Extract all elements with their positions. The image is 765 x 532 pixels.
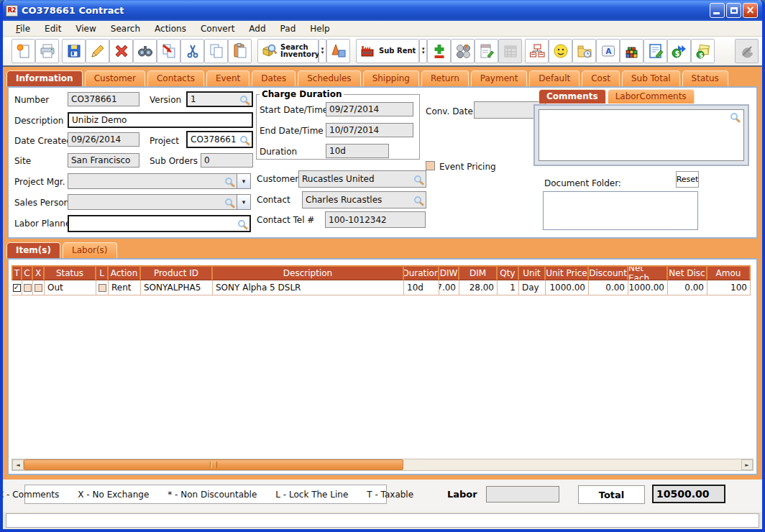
cell-amount[interactable]: 100: [707, 280, 751, 295]
version-field[interactable]: 1: [186, 91, 253, 107]
comments-textarea[interactable]: [539, 109, 744, 161]
project-mgr-combo[interactable]: ▾: [68, 173, 251, 189]
scroll-left-button[interactable]: ◄: [12, 459, 24, 470]
tab-items[interactable]: Item(s): [6, 242, 60, 258]
search-inventory-dropdown[interactable]: ▾▾: [319, 39, 326, 63]
tab-dates[interactable]: Dates: [252, 70, 296, 86]
search-icon[interactable]: [730, 113, 738, 120]
invoice-forward-button[interactable]: $: [667, 39, 691, 63]
project-field[interactable]: CO378661: [186, 131, 253, 148]
add-remove-button[interactable]: [427, 39, 451, 63]
transfer-button[interactable]: [157, 39, 180, 63]
tab-status[interactable]: Status: [682, 70, 728, 86]
maximize-button[interactable]: [726, 3, 741, 18]
col-diw[interactable]: DIW: [439, 265, 459, 280]
cell-net-each[interactable]: 1000.00: [628, 280, 668, 295]
tab-customer[interactable]: Customer: [85, 70, 145, 86]
search-icon[interactable]: [238, 220, 245, 227]
edit-button[interactable]: [86, 39, 109, 63]
copy-button[interactable]: [204, 39, 228, 63]
menu-search[interactable]: Search: [104, 22, 147, 35]
menu-file[interactable]: File: [9, 22, 37, 35]
cut-button[interactable]: [180, 39, 204, 63]
search-inventory-button[interactable]: Search Inventory: [257, 39, 319, 63]
reset-button[interactable]: Reset: [676, 171, 699, 188]
titlebar[interactable]: R2 CO378661 Contract ×: [3, 0, 762, 21]
cell-description[interactable]: SONY Alpha 5 DSLR: [213, 280, 404, 295]
minimize-button[interactable]: [710, 3, 725, 18]
col-product-id[interactable]: Product ID: [141, 265, 213, 280]
col-dim[interactable]: DIM: [459, 265, 498, 280]
shortcut-key-button[interactable]: A: [596, 39, 620, 63]
search-icon[interactable]: [240, 96, 247, 103]
cell-taxable[interactable]: ✓: [12, 280, 22, 295]
cell-comments[interactable]: [22, 280, 33, 295]
billing-notes-button[interactable]: $: [691, 39, 715, 63]
cell-diw[interactable]: 7.00: [439, 280, 459, 295]
print-button[interactable]: [35, 39, 59, 63]
tab-contacts[interactable]: Contacts: [147, 70, 204, 86]
menu-add[interactable]: Add: [242, 22, 272, 35]
tab-schedules[interactable]: Schedules: [298, 70, 360, 86]
tab-event[interactable]: Event: [206, 70, 249, 86]
tab-subtotal[interactable]: Sub Total: [622, 70, 680, 86]
delete-button[interactable]: [109, 39, 133, 63]
project-mgr-dropdown[interactable]: ▾: [237, 173, 251, 189]
col-description[interactable]: Description: [213, 265, 404, 280]
col-duration[interactable]: Duration: [404, 265, 439, 280]
search-icon[interactable]: [225, 198, 232, 206]
cell-product-id[interactable]: SONYALPHA5: [141, 280, 213, 295]
crew-button[interactable]: [549, 39, 572, 63]
col-amount[interactable]: Amou: [707, 265, 751, 280]
cell-discount[interactable]: 0.00: [589, 280, 628, 295]
col-net-disc[interactable]: Net Disc: [668, 265, 707, 280]
paste-button[interactable]: [228, 39, 252, 63]
tab-information[interactable]: Information: [6, 70, 83, 86]
sub-rent-dropdown[interactable]: ▾▾: [419, 39, 427, 63]
scrollbar-track[interactable]: [403, 459, 741, 470]
checkbox-icon[interactable]: [24, 284, 32, 292]
scroll-right-button[interactable]: ►: [741, 459, 753, 470]
sales-person-dropdown[interactable]: ▾: [237, 194, 251, 210]
org-chart-button[interactable]: [525, 39, 549, 63]
tab-payment[interactable]: Payment: [471, 70, 528, 86]
search-icon[interactable]: [240, 136, 247, 143]
event-pricing-checkbox[interactable]: [426, 161, 435, 170]
cell-lock[interactable]: [96, 280, 109, 295]
col-comments[interactable]: C: [22, 265, 33, 280]
sub-rent-button[interactable]: Sub Rent: [356, 39, 419, 63]
shapes-button[interactable]: [326, 39, 350, 63]
tab-cost[interactable]: Cost: [582, 70, 620, 86]
col-unit[interactable]: Unit: [519, 265, 546, 280]
cell-net-disc[interactable]: 0.00: [668, 280, 707, 295]
cell-no-exchange[interactable]: [33, 280, 45, 295]
tab-comments[interactable]: Comments: [539, 89, 606, 104]
sales-person-combo[interactable]: ▾: [68, 194, 251, 210]
cell-duration[interactable]: 10d: [404, 280, 439, 295]
tab-return[interactable]: Return: [421, 70, 469, 86]
history-folder-button[interactable]: [572, 39, 596, 63]
checkbox-checked-icon[interactable]: ✓: [13, 284, 21, 292]
close-button[interactable]: ×: [743, 3, 758, 18]
col-status[interactable]: Status: [45, 265, 96, 280]
cell-unit[interactable]: Day: [519, 280, 546, 295]
col-no-exchange[interactable]: X: [33, 265, 45, 280]
tab-shipping[interactable]: Shipping: [363, 70, 419, 86]
cell-action[interactable]: Rent: [109, 280, 141, 295]
cell-qty[interactable]: 1: [498, 280, 519, 295]
project-mgr-field[interactable]: [68, 173, 237, 189]
scrollbar-thumb[interactable]: [24, 459, 403, 470]
sales-person-field[interactable]: [68, 194, 237, 210]
col-lock[interactable]: L: [96, 265, 109, 280]
col-net-each[interactable]: Net Each: [628, 265, 668, 280]
menu-convert[interactable]: Convert: [193, 22, 242, 35]
menu-edit[interactable]: Edit: [37, 22, 68, 35]
col-discount[interactable]: Discount: [589, 265, 628, 280]
table-row[interactable]: ✓ Out Rent SONYALPHA5 SONY Alpha 5 DSLR …: [12, 280, 756, 295]
labor-planner-field[interactable]: [68, 215, 251, 232]
tab-labors[interactable]: Labor(s): [63, 242, 117, 258]
checkbox-icon[interactable]: [99, 284, 106, 292]
notes-button[interactable]: [475, 39, 498, 63]
menu-pad[interactable]: Pad: [273, 22, 303, 35]
contact-field[interactable]: Charles Rucastles: [302, 191, 426, 208]
